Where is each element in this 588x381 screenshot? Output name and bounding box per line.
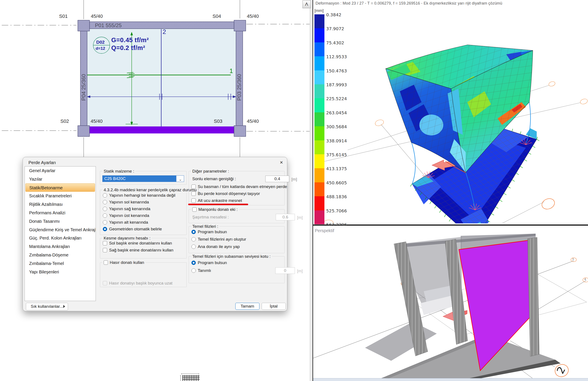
live-load-label: Q=0.2 tf/m² <box>111 44 145 51</box>
column-dim-s01: 45/40 <box>91 14 103 19</box>
checkbox-icon[interactable] <box>103 241 107 245</box>
material-combobox[interactable]: C25 B420C ⌄ <box>102 175 184 182</box>
colorbar-value-3: 112.9533 <box>326 54 347 59</box>
horizontal-scrollbar[interactable] <box>313 378 588 381</box>
column-s02[interactable] <box>78 126 89 136</box>
sidebar-item-5[interactable]: Performans Analizi <box>25 209 96 217</box>
colorbar-value-9: 338.0914 <box>326 138 347 144</box>
sidebar-item-1[interactable]: Yazılar <box>25 175 96 183</box>
sidebar-item-3[interactable]: Sıcaklık Parametreleri <box>25 192 96 200</box>
basement-level-label: Temel filizleri için subasman seviyesi k… <box>191 254 272 259</box>
radio-icon[interactable] <box>191 230 196 234</box>
close-icon[interactable]: ✕ <box>278 160 284 165</box>
selected-wall[interactable] <box>89 127 234 133</box>
foundation-dowels-group: Temel filizleri : Program bulsunTemel fi… <box>189 226 285 253</box>
edge-condition-group: 4.3.2.4b maddesi kenar perde/çelik çapra… <box>100 190 187 235</box>
option-label: Program bulsun <box>198 260 227 265</box>
checkbox-icon[interactable] <box>191 198 196 203</box>
coupler-caption[interactable]: Manşonlu donatı eki : <box>191 207 239 212</box>
radio-icon[interactable] <box>103 220 107 225</box>
basement-level-input <box>275 267 295 274</box>
mesh-rebar-caption[interactable]: Hasır donatı kullan <box>102 260 145 265</box>
colorbar-value-6: 225.5224 <box>326 96 347 101</box>
sidebar-item-7[interactable]: Güçlendirme Kiriş ve Temel Ankrajları <box>25 226 96 234</box>
view-title: Deformasyon : Mod 23 / 27 - T = 0.006279… <box>315 1 585 7</box>
wall-settings-dialog[interactable]: Perde Ayarları ✕ Genel AyarlarYazılarSta… <box>22 157 287 311</box>
radio-icon[interactable] <box>103 207 107 211</box>
colorbar-band-13 <box>315 196 324 210</box>
radio-icon[interactable] <box>191 261 196 265</box>
radio-option-yap-n-n-st-kenar-nda[interactable]: Yapının üst kenarında <box>103 213 149 218</box>
checkbox-option-su-basman-t-m-katlarda-devam-e[interactable]: Su basman / tüm katlarda devam etmeyen p… <box>191 184 287 189</box>
mesh-extend-option: Hasır donatıyı başlık boyunca uzat <box>103 281 172 286</box>
sidebar-item-4[interactable]: Rijitlik Azaltılması <box>25 200 96 209</box>
column-label-s03: S03 <box>214 118 222 124</box>
checkbox-icon[interactable] <box>191 191 196 196</box>
combo-dropdown-button[interactable]: ⌄ <box>176 176 184 182</box>
colorbar-value-10: 375.6145 <box>326 152 347 157</box>
column-s04[interactable] <box>234 20 246 31</box>
column-s03[interactable] <box>234 126 246 136</box>
checkbox-option-sol-ba-l-k-enine-donat-lar-n-k[interactable]: Sol başlık enine donatılarını kullan <box>103 241 172 246</box>
radio-option-yap-n-n-sol-kenar-nda[interactable]: Yapının sol kenarında <box>103 200 149 205</box>
checkbox-icon[interactable] <box>103 248 107 252</box>
radio-option-temel-filizlerini-ayr-olu-tur[interactable]: Temel filizlerini ayrı oluştur <box>191 237 246 242</box>
option-label: Program bulsun <box>198 230 227 234</box>
option-label: Sağ başlık enine donatılarını kullan <box>109 248 173 253</box>
colorbar-band-3 <box>315 56 324 70</box>
radio-option-yap-n-n-sa-kenar-nda[interactable]: Yapının sağ kenarında <box>103 207 150 211</box>
column-dim-s02: 45/40 <box>91 118 103 124</box>
checkbox-option-alt-ucu-ankastre-mesnet[interactable]: Alt ucu ankastre mesnet <box>191 198 242 203</box>
sidebar-item-10[interactable]: Zımbalama-Döşeme <box>25 251 96 259</box>
radio-option-ana-donat-ile-ayn-yap[interactable]: Ana donatı ile aynı yap <box>191 244 240 249</box>
colorbar-band-7 <box>315 112 324 126</box>
radio-icon[interactable] <box>103 227 107 231</box>
checkbox-icon[interactable] <box>191 185 196 189</box>
material-value: C25 B420C <box>104 176 126 181</box>
sidebar-item-11[interactable]: Zımbalama-Temel <box>25 259 96 268</box>
sidebar-item-0[interactable]: Genel Ayarlar <box>25 167 96 175</box>
coupler-checkbox[interactable] <box>192 207 197 212</box>
radio-icon[interactable] <box>103 193 107 198</box>
basement-level-unit: [m] <box>297 269 303 274</box>
foundation-dowels-label: Temel filizleri : <box>191 224 219 229</box>
element-width-input[interactable] <box>265 176 289 182</box>
settings-category-list[interactable]: Genel AyarlarYazılarStatik/BetonarmeSıca… <box>24 166 96 301</box>
favorites-button[interactable]: Sık kullanılanlar... <box>26 303 68 310</box>
checkbox-option-bu-perde-konsol-d-emeyi-ta-yor[interactable]: Bu perde konsol döşemeyi taşıyor <box>191 191 260 196</box>
radio-option-yap-n-n-alt-kenar-nda[interactable]: Yapının alt kenarında <box>103 220 148 225</box>
radio-option-geometriden-otomatik-belirle[interactable]: Geometriden otomatik belirle <box>103 227 162 232</box>
cancel-button[interactable]: İptal <box>262 303 286 310</box>
sidebar-item-8[interactable]: Güç. Perd. Kolon Ankrajları <box>25 234 96 242</box>
ok-button[interactable]: Tamam <box>235 303 259 310</box>
radio-option-program-bulsun[interactable]: Program bulsun <box>191 260 227 265</box>
mesh-rebar-checkbox[interactable] <box>104 260 108 265</box>
shear-capacity-label: Kesme dayanımı hesabı : <box>102 236 152 241</box>
column-s01[interactable] <box>78 20 89 31</box>
perspective-title: Perspektif <box>315 228 334 233</box>
collapse-button[interactable]: Λ <box>302 0 311 8</box>
column-label-s01: S01 <box>59 14 68 19</box>
radio-icon[interactable] <box>191 245 196 249</box>
pane-divider[interactable] <box>310 0 313 381</box>
sidebar-item-6[interactable]: Donatı Tasarımı <box>25 217 96 226</box>
checkbox-option-sa-ba-l-k-enine-donat-lar-n-ku[interactable]: Sağ başlık enine donatılarını kullan <box>103 248 173 253</box>
perspective-view[interactable]: 1 3 4 2 <box>313 226 588 378</box>
radio-option-yap-n-n-herhangi-bir-kenar-nda[interactable]: Yapının herhangi bir kenarında değil <box>103 193 175 198</box>
sidebar-item-9[interactable]: Mantolama Ankrajları <box>25 242 96 251</box>
colorbar-value-7: 263.0454 <box>326 110 347 115</box>
colorbar-value-14: 525.7066 <box>326 208 347 213</box>
radio-icon[interactable] <box>103 213 107 218</box>
element-width-label: Sonlu eleman genişliği : <box>192 176 236 181</box>
sidebar-item-2[interactable]: Statik/Betonarme <box>25 183 95 192</box>
colorbar-value-4: 150.4763 <box>326 68 347 73</box>
radio-option-program-bulsun[interactable]: Program bulsun <box>191 230 227 234</box>
axis-bubble-4-small: 4 <box>584 278 586 281</box>
option-label: Alt ucu ankastre mesnet <box>198 198 242 203</box>
sidebar-item-12[interactable]: Yapı Bileşenleri <box>25 268 96 276</box>
radio-option-tan-ml-[interactable]: Tanımlı <box>191 268 211 273</box>
radio-icon[interactable] <box>191 237 196 241</box>
radio-icon[interactable] <box>191 268 196 273</box>
radio-icon[interactable] <box>103 200 107 204</box>
basement-level-group: Temel filizleri için subasman seviyesi k… <box>189 256 285 283</box>
